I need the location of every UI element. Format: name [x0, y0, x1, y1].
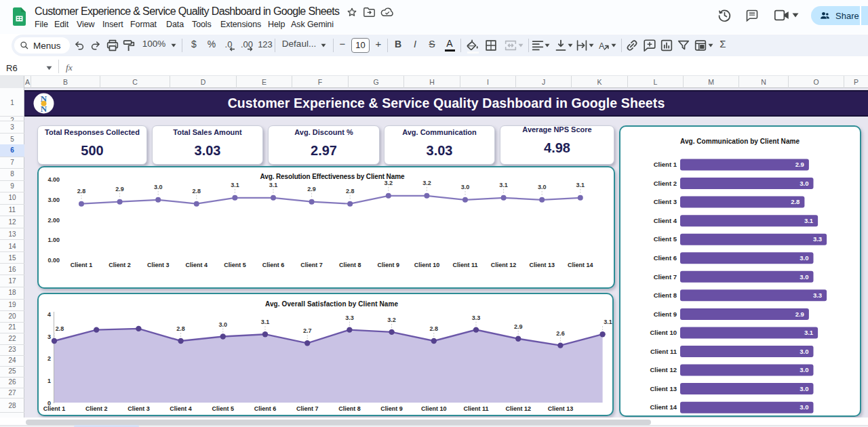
svg-text:Client 3: Client 3: [147, 262, 170, 268]
svg-text:2.8: 2.8: [56, 325, 64, 332]
svg-text:1.00: 1.00: [47, 237, 60, 243]
svg-text:3.2: 3.2: [422, 180, 431, 186]
svg-text:Client 1: Client 1: [43, 405, 66, 412]
svg-text:2: 2: [47, 355, 51, 362]
svg-text:3.3: 3.3: [813, 291, 822, 299]
svg-text:Avg. Resolution Effectiveness: Avg. Resolution Effectiveness by Client …: [260, 173, 405, 180]
svg-text:2.9: 2.9: [795, 310, 804, 318]
svg-text:Client 4: Client 4: [654, 217, 677, 224]
svg-text:Client 5: Client 5: [654, 235, 677, 243]
svg-text:Client 11: Client 11: [463, 405, 488, 412]
svg-text:Client 12: Client 12: [491, 262, 517, 268]
svg-text:4: 4: [47, 311, 51, 318]
svg-text:Client 12: Client 12: [505, 405, 531, 412]
svg-text:Client 5: Client 5: [224, 262, 246, 268]
svg-text:N: N: [41, 104, 47, 114]
svg-text:Client 8: Client 8: [338, 405, 361, 412]
svg-text:Client 8: Client 8: [339, 262, 361, 268]
svg-text:Client 12: Client 12: [650, 366, 677, 373]
svg-text:Client 3: Client 3: [654, 198, 677, 205]
svg-text:Client 13: Client 13: [548, 405, 574, 412]
svg-text:Client 11: Client 11: [650, 348, 677, 355]
svg-text:2.8: 2.8: [430, 325, 439, 332]
svg-text:2.9: 2.9: [514, 323, 523, 330]
svg-text:Client 5: Client 5: [212, 405, 235, 412]
svg-text:3.1: 3.1: [804, 217, 814, 224]
svg-text:2.8: 2.8: [77, 188, 86, 195]
svg-text:Client 8: Client 8: [654, 291, 677, 299]
svg-text:Client 1: Client 1: [71, 262, 93, 268]
svg-text:3.1: 3.1: [269, 182, 278, 188]
svg-text:Client 13: Client 13: [650, 385, 677, 392]
svg-text:3.2: 3.2: [387, 317, 396, 323]
svg-text:3.1: 3.1: [261, 319, 270, 325]
svg-text:3.1: 3.1: [499, 182, 508, 188]
svg-text:Client 7: Client 7: [654, 273, 677, 281]
svg-text:3.1: 3.1: [604, 319, 612, 325]
svg-text:Client 9: Client 9: [654, 310, 677, 318]
svg-text:3.3: 3.3: [472, 314, 481, 321]
svg-text:3.0: 3.0: [800, 366, 808, 373]
svg-text:Client 14: Client 14: [568, 262, 593, 268]
svg-text:3.0: 3.0: [219, 321, 228, 328]
svg-text:2.7: 2.7: [303, 327, 312, 334]
svg-text:3.3: 3.3: [345, 314, 354, 321]
svg-text:Client 4: Client 4: [170, 405, 192, 412]
svg-text:2.8: 2.8: [791, 198, 800, 205]
svg-text:Client 10: Client 10: [421, 405, 447, 412]
svg-text:Client 6: Client 6: [654, 254, 677, 262]
svg-text:3.0: 3.0: [800, 273, 808, 281]
svg-text:3.0: 3.0: [538, 184, 547, 190]
svg-text:Client 4: Client 4: [186, 262, 208, 268]
svg-text:Client 10: Client 10: [414, 262, 440, 268]
svg-text:Client 7: Client 7: [296, 405, 319, 412]
svg-text:3.0: 3.0: [154, 184, 163, 190]
svg-text:Client 9: Client 9: [380, 405, 403, 412]
svg-text:Avg. Communication by Client N: Avg. Communication by Client Name: [680, 138, 800, 145]
svg-text:Client 3: Client 3: [127, 405, 150, 412]
svg-text:Client 2: Client 2: [654, 180, 677, 187]
svg-text:2.8: 2.8: [176, 325, 185, 332]
svg-text:2.6: 2.6: [556, 330, 565, 337]
svg-text:Client 6: Client 6: [262, 262, 285, 268]
svg-text:3.3: 3.3: [813, 235, 822, 243]
svg-text:Client 6: Client 6: [254, 405, 277, 412]
svg-text:2.00: 2.00: [47, 217, 60, 224]
svg-text:Client 11: Client 11: [452, 262, 477, 268]
svg-text:1: 1: [47, 378, 51, 384]
svg-text:Client 10: Client 10: [650, 329, 677, 336]
svg-text:2.9: 2.9: [795, 161, 804, 168]
svg-text:2.8: 2.8: [193, 188, 201, 195]
svg-text:Client 14: Client 14: [650, 403, 677, 411]
svg-text:3.1: 3.1: [231, 182, 239, 188]
svg-text:0.00: 0.00: [47, 257, 60, 264]
svg-text:2.9: 2.9: [307, 186, 316, 192]
svg-text:Client 9: Client 9: [378, 262, 400, 268]
svg-text:3.2: 3.2: [384, 180, 393, 186]
svg-text:3.00: 3.00: [47, 197, 60, 203]
svg-text:Client 2: Client 2: [108, 262, 131, 268]
svg-text:Client 7: Client 7: [300, 262, 323, 268]
svg-text:Client 1: Client 1: [654, 161, 677, 168]
svg-text:Client 13: Client 13: [529, 262, 555, 268]
svg-text:2.8: 2.8: [346, 188, 355, 195]
svg-text:3.0: 3.0: [800, 254, 808, 262]
svg-text:3.1: 3.1: [804, 329, 814, 336]
svg-text:3.0: 3.0: [800, 180, 808, 187]
svg-text:2.9: 2.9: [115, 186, 124, 192]
svg-text:3.0: 3.0: [800, 385, 808, 392]
svg-text:3.0: 3.0: [800, 348, 808, 355]
svg-text:3.0: 3.0: [800, 403, 808, 411]
svg-text:3.0: 3.0: [461, 184, 470, 190]
svg-text:Client 2: Client 2: [85, 405, 108, 412]
svg-text:3: 3: [47, 333, 51, 340]
svg-text:4.00: 4.00: [47, 176, 60, 183]
svg-text:3.1: 3.1: [576, 182, 585, 188]
svg-text:Avg. Overall Satisfaction by C: Avg. Overall Satisfaction by Client Name: [265, 300, 398, 308]
